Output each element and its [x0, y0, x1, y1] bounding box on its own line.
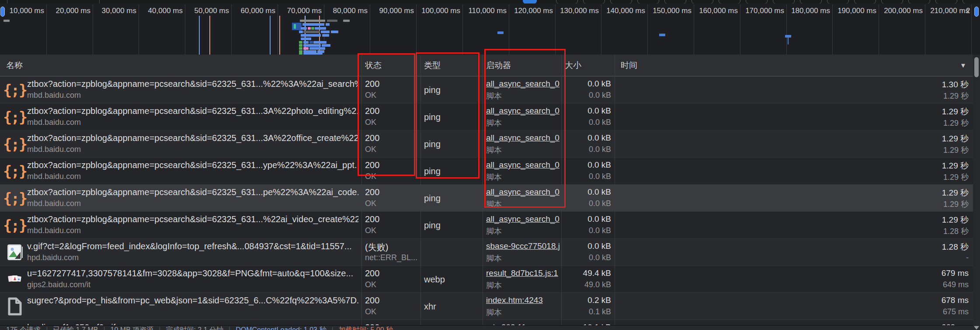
time-latency: 649 ms [615, 280, 969, 289]
waterfall-bar [308, 27, 311, 30]
table-row[interactable]: v.gif?ct=2&logFrom=feed_index&logInfo=to… [0, 239, 973, 266]
filter-pill[interactable] [556, 0, 578, 3]
filter-pill[interactable] [583, 0, 605, 3]
request-name[interactable]: ztbox?action=zpblog&appname=pcsearch&sid… [27, 187, 358, 197]
summary-divider: | [229, 326, 230, 330]
filter-pill[interactable] [827, 0, 849, 3]
overview-window-handle-right[interactable] [974, 7, 979, 17]
column-separator[interactable] [483, 55, 483, 325]
orange-braces-favicon: {;} [3, 217, 27, 234]
timeline-gridline [46, 4, 47, 55]
filter-pill[interactable] [854, 0, 876, 3]
filter-pill-active[interactable] [523, 0, 537, 3]
filter-pill[interactable] [610, 0, 632, 3]
timeline-tick-label: 200,000 ms [884, 7, 925, 15]
filter-pill[interactable] [935, 0, 957, 3]
initiator-link[interactable]: sbase-9ccc775018.js [486, 241, 560, 251]
column-header-size[interactable]: 大小 [565, 55, 581, 76]
size-transferred: 0.2 kB [560, 296, 611, 305]
timeline-gridline [555, 4, 556, 55]
filter-input-cutoff[interactable] [7, 0, 100, 3]
size-resource: 0.0 kB [560, 199, 611, 208]
initiator-link[interactable]: result_8d7bc15.js:1 [486, 268, 560, 278]
scrollbar-down-arrow-icon[interactable] [974, 326, 979, 330]
timeline-gridline [694, 4, 694, 55]
time-latency: 1.29 秒 [615, 91, 969, 101]
summary-item: 完成时间: 2.1 分钟 [166, 326, 223, 330]
waterfall-bar [313, 41, 327, 44]
waterfall-bar [294, 24, 296, 29]
scrollbar-thumb[interactable] [974, 57, 979, 77]
timeline-gridline [139, 4, 139, 55]
request-name[interactable]: ztbox?action=zpblog&appname=pcsearch&sid… [27, 79, 358, 89]
waterfall-bar [788, 38, 789, 45]
initiator-kind: 脚本 [486, 307, 560, 318]
summary-item: DOMContentLoaded: 1.03 秒 [236, 326, 326, 330]
filter-pill[interactable] [664, 0, 686, 3]
timeline-gridline [786, 4, 787, 55]
time-total: 1.29 秒 [615, 160, 969, 172]
file-icon-wrap: {;} [5, 80, 24, 100]
timeline-tick-label: 210,000 ms [930, 7, 971, 15]
summary-divider: | [331, 326, 333, 330]
filter-pill[interactable] [881, 0, 903, 3]
filter-pill[interactable] [908, 0, 930, 3]
vertical-scrollbar[interactable] [973, 55, 980, 330]
waterfall-bar [301, 34, 321, 37]
request-name[interactable]: sugrec?&prod=pc_his&from=pc_web&json=1&s… [27, 296, 358, 306]
timeline-tick-label: 60,000 ms [241, 7, 278, 15]
table-row[interactable]: sugrec?&prod=pc_his&from=pc_web&json=1&s… [0, 293, 973, 320]
request-name[interactable]: v.gif?ct=2&logFrom=feed_index&logInfo=to… [27, 241, 358, 251]
timeline-gridline [462, 4, 463, 55]
filter-pill[interactable] [963, 0, 980, 3]
request-name[interactable]: ztbox?action=zpblog&appname=pcsearch&sid… [27, 106, 358, 116]
orange-braces-favicon: {;} [3, 136, 27, 153]
size-resource: 0.0 kB [560, 226, 611, 235]
file-icon-wrap: {;} [5, 216, 24, 235]
timeline-tick-label: 190,000 ms [838, 7, 879, 15]
column-header-name[interactable]: 名称 [6, 55, 23, 76]
table-row[interactable]: {;}ztbox?action=zpblog&appname=pcsearch&… [0, 212, 973, 239]
event-marker-line [199, 16, 200, 55]
size-resource: 0.0 kB [560, 118, 611, 127]
filter-pill[interactable] [637, 0, 659, 3]
timeline-gridline [879, 4, 879, 55]
timeline-gridline [925, 4, 925, 55]
network-summary-bar: 175 个请求|已传输 1.7 MB|10 MB 项资源|完成时间: 2.1 分… [0, 325, 973, 330]
request-domain: mbd.baidu.com [27, 118, 358, 127]
initiator-link[interactable]: index.htm:4243 [486, 296, 560, 305]
time-latency: 1.29 秒 [615, 118, 969, 128]
summary-item: 10 MB 项资源 [111, 326, 154, 330]
overview-window-handle-left[interactable] [0, 7, 5, 17]
initiator-link[interactable]: all_async_search_02f [486, 214, 560, 224]
event-marker-line [209, 16, 210, 55]
size-resource: 0.0 kB [560, 253, 611, 262]
size-transferred: 0.0 kB [560, 187, 611, 197]
filter-pill[interactable] [692, 0, 713, 3]
status-text: OK [365, 307, 418, 316]
timeline-tick-label: 70,000 ms [287, 7, 324, 15]
column-header-time[interactable]: 时间 [621, 55, 637, 76]
filter-pill[interactable] [719, 0, 740, 3]
document-file-icon [7, 297, 23, 316]
waterfall-bar [299, 41, 302, 44]
sort-descending-icon: ▼ [960, 55, 966, 76]
filter-pill[interactable] [800, 0, 822, 3]
size-resource: 0.1 kB [560, 307, 611, 316]
file-icon-wrap [5, 297, 24, 316]
waterfall-bar [331, 31, 338, 33]
file-icon-wrap: {;} [5, 189, 24, 208]
request-type: ping [424, 185, 480, 212]
table-row[interactable]: u=1627277417,3307578141&fm=3028&app=3028… [0, 266, 973, 293]
request-name[interactable]: u=1627277417,3307578141&fm=3028&app=3028… [27, 268, 358, 278]
request-name[interactable]: ztbox?action=zpblog&appname=pcsearch&sid… [27, 160, 358, 170]
waterfall-bar [309, 47, 325, 50]
filter-pill[interactable] [773, 0, 795, 3]
network-overview-timeline[interactable]: 10,000 ms20,000 ms30,000 ms40,000 ms50,0… [0, 3, 980, 55]
status-text: OK [365, 280, 418, 289]
filter-pill[interactable] [746, 0, 768, 3]
column-separator[interactable] [615, 55, 615, 325]
status-code: 200 [365, 268, 417, 278]
request-name[interactable]: ztbox?action=zpblog&appname=pcsearch&sid… [27, 133, 358, 143]
request-name[interactable]: ztbox?action=zpblog&appname=pcsearch&sid… [27, 214, 358, 224]
